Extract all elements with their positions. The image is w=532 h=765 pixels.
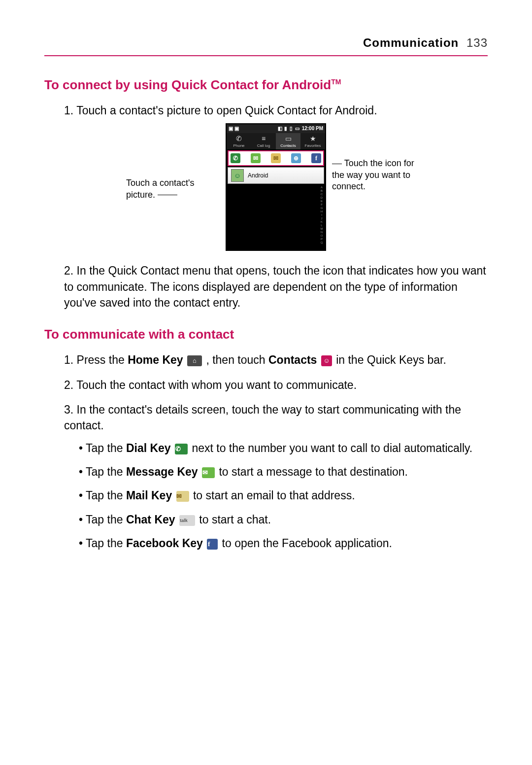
- tab-phone: ✆Phone: [227, 133, 251, 149]
- list-icon: ≡: [251, 135, 276, 142]
- facebook-key-icon: f: [207, 539, 218, 550]
- tab-contacts: ▭Contacts: [276, 133, 300, 149]
- contact-name: Android: [248, 172, 268, 180]
- callout-left: Touch a contact's picture.: [126, 177, 220, 201]
- heading-quick-contact: To connect by using Quick Contact for An…: [44, 76, 488, 94]
- page-header: Communication 133: [44, 35, 488, 56]
- bullet-facebook: Tap the Facebook Key f to open the Faceb…: [79, 535, 488, 551]
- status-right: ◧ ▮ ▯ ▭ 12:00 PM: [277, 125, 323, 132]
- page-number: 133: [466, 36, 488, 49]
- contacts-label: Contacts: [268, 353, 317, 366]
- s1-step1: 1. Touch a contact's picture to open Qui…: [64, 103, 488, 251]
- trademark: TM: [331, 78, 341, 86]
- bullet-dial: Tap the Dial Key ✆ next to the number yo…: [79, 440, 488, 456]
- s1-step2: 2. In the Quick Contact menu that opens,…: [64, 263, 488, 311]
- qc-mail-icon: ✉: [271, 153, 281, 163]
- quick-contact-figure: Touch a contact's picture. ▣ ▣ ◧ ▮ ▯ ▭ 1…: [64, 123, 488, 251]
- signal-icon: ◧: [278, 126, 282, 131]
- qc-message-icon: ✉: [251, 153, 261, 163]
- bullet-mail: Tap the Mail Key ✉ to start an email to …: [79, 487, 488, 503]
- contact-row: ☺ Android: [228, 167, 324, 184]
- network-icon: ▮: [284, 126, 287, 131]
- tab-favorites: ★Favorites: [300, 133, 325, 149]
- card-icon: ▭: [276, 135, 300, 142]
- mail-key-icon: ✉: [176, 491, 189, 502]
- s2-step3: 3. In the contact's details screen, touc…: [64, 402, 488, 551]
- battery-icon: ▭: [295, 126, 299, 131]
- section-title: Communication: [363, 36, 459, 49]
- qc-facebook-icon: f: [311, 153, 321, 163]
- chat-key-icon: talk: [179, 515, 195, 526]
- contacts-icon: ☺: [321, 355, 332, 366]
- dial-key-icon: ✆: [175, 444, 188, 454]
- status-left-icons: ▣ ▣: [229, 125, 239, 132]
- phone-screenshot: ▣ ▣ ◧ ▮ ▯ ▭ 12:00 PM ✆Phone ≡Call log ▭C…: [226, 123, 326, 251]
- bullet-chat: Tap the Chat Key talk to start a chat.: [79, 512, 488, 527]
- callout-right: Touch the icon for the way you want to c…: [332, 158, 426, 192]
- quick-contact-bar: ✆ ✉ ✉ ⊕ f: [228, 150, 324, 166]
- star-icon: ★: [300, 135, 325, 142]
- wifi-icon: ▯: [290, 126, 293, 131]
- clock: 12:00 PM: [302, 126, 323, 131]
- home-key-icon: ⌂: [187, 355, 202, 366]
- s2-step2: 2. Touch the contact with whom you want …: [64, 377, 488, 393]
- contact-list-area: ABCDEFGHIJKLMNOPQ: [228, 185, 324, 249]
- status-bar: ▣ ▣ ◧ ▮ ▯ ▭ 12:00 PM: [227, 124, 325, 133]
- contact-avatar: ☺: [231, 169, 244, 182]
- qc-call-icon: ✆: [231, 153, 240, 163]
- tab-bar: ✆Phone ≡Call log ▭Contacts ★Favorites: [227, 133, 325, 149]
- alpha-index: ABCDEFGHIJKLMNOPQ: [319, 185, 324, 249]
- phone-icon: ✆: [227, 135, 251, 142]
- s2-step1: 1. Press the Home Key ⌂ , then touch Con…: [64, 352, 488, 368]
- heading-communicate: To communicate with a contact: [44, 325, 488, 343]
- qc-web-icon: ⊕: [291, 153, 301, 163]
- bullet-message: Tap the Message Key ✉ to start a message…: [79, 464, 488, 480]
- home-key-label: Home Key: [128, 353, 183, 366]
- tab-calllog: ≡Call log: [251, 133, 276, 149]
- message-key-icon: ✉: [202, 467, 215, 478]
